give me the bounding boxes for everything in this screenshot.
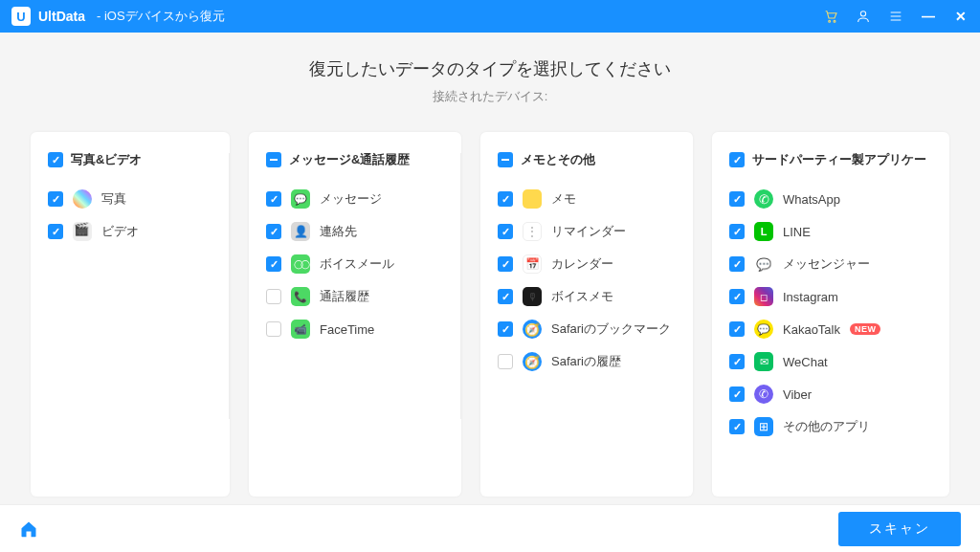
item-reminders[interactable]: リマインダー bbox=[498, 222, 676, 241]
checkbox[interactable] bbox=[48, 191, 63, 207]
app-subtitle: - iOSデバイスから復元 bbox=[97, 8, 225, 25]
call-icon bbox=[291, 287, 310, 306]
checkbox[interactable] bbox=[729, 256, 745, 272]
checkbox[interactable] bbox=[729, 386, 745, 402]
scan-button[interactable]: スキャン bbox=[838, 512, 961, 546]
wechat-icon bbox=[754, 352, 773, 371]
column-header[interactable]: サードパーティー製アプリケー bbox=[729, 151, 932, 180]
other-apps-icon bbox=[754, 417, 773, 436]
titlebar-right: — ✕ bbox=[823, 9, 969, 24]
item-kakaotalk[interactable]: KakaoTalkNEW bbox=[729, 320, 932, 339]
header-checkbox[interactable] bbox=[48, 152, 63, 167]
contacts-icon bbox=[291, 222, 310, 241]
item-voicemail[interactable]: ボイスメール bbox=[266, 254, 444, 274]
photos-icon bbox=[73, 189, 92, 209]
notes-icon bbox=[523, 189, 542, 209]
item-line[interactable]: LINE bbox=[729, 222, 932, 241]
item-instagram[interactable]: Instagram bbox=[729, 287, 932, 306]
checkbox[interactable] bbox=[498, 354, 513, 369]
column-messages-calls: メッセージ&通話履歴 メッセージ 連絡先 ボイスメール 通話履歴 FaceTim… bbox=[249, 132, 461, 497]
item-video[interactable]: ビデオ bbox=[48, 222, 212, 241]
svg-point-2 bbox=[860, 11, 865, 16]
header-checkbox[interactable] bbox=[729, 152, 745, 167]
checkbox[interactable] bbox=[498, 191, 513, 207]
video-icon bbox=[73, 222, 92, 241]
item-viber[interactable]: Viber bbox=[729, 385, 932, 404]
home-icon[interactable] bbox=[19, 519, 38, 539]
checkbox[interactable] bbox=[266, 224, 281, 239]
menu-icon[interactable] bbox=[888, 9, 903, 24]
svg-point-0 bbox=[829, 20, 831, 22]
line-icon bbox=[754, 222, 773, 241]
facetime-icon bbox=[291, 320, 310, 339]
column-header[interactable]: メッセージ&通話履歴 bbox=[266, 151, 444, 180]
checkbox[interactable] bbox=[498, 321, 513, 337]
app-name: UltData bbox=[38, 9, 85, 24]
item-photos[interactable]: 写真 bbox=[48, 189, 212, 209]
close-button[interactable]: ✕ bbox=[953, 9, 969, 24]
kakao-icon bbox=[754, 320, 773, 339]
column-notes-other: メモとその他 メモ リマインダー カレンダー ボイスメモ Safariのブックマ… bbox=[480, 132, 693, 497]
item-voice-memo[interactable]: ボイスメモ bbox=[498, 287, 676, 306]
checkbox[interactable] bbox=[266, 321, 281, 337]
titlebar: U UltData - iOSデバイスから復元 — ✕ bbox=[0, 0, 980, 33]
main-content: 復元したいデータのタイプを選択してください 接続されたデバイス: 写真&ビデオ … bbox=[0, 33, 980, 504]
safari-icon bbox=[523, 320, 542, 339]
column-header-label: メッセージ&通話履歴 bbox=[289, 151, 410, 168]
checkbox[interactable] bbox=[729, 191, 745, 207]
column-header[interactable]: 写真&ビデオ bbox=[48, 151, 212, 180]
cart-icon[interactable] bbox=[823, 9, 838, 24]
page-title: 復元したいデータのタイプを選択してください bbox=[31, 57, 949, 80]
column-photos-video: 写真&ビデオ 写真 ビデオ bbox=[31, 132, 230, 497]
header-checkbox[interactable] bbox=[266, 152, 281, 167]
whatsapp-icon bbox=[754, 189, 773, 209]
item-calendar[interactable]: カレンダー bbox=[498, 254, 676, 274]
messenger-icon bbox=[754, 254, 773, 274]
reminder-icon bbox=[523, 222, 542, 241]
checkbox[interactable] bbox=[48, 224, 63, 239]
checkbox[interactable] bbox=[729, 419, 745, 434]
checkbox[interactable] bbox=[729, 321, 745, 337]
data-type-columns: 写真&ビデオ 写真 ビデオ メッセージ&通話履歴 メッセージ 連絡先 ボイスメー… bbox=[31, 132, 949, 497]
footer: スキャン bbox=[0, 504, 980, 552]
item-other-apps[interactable]: その他のアプリ bbox=[729, 417, 932, 436]
checkbox[interactable] bbox=[266, 256, 281, 272]
column-header-label: 写真&ビデオ bbox=[71, 151, 142, 168]
new-badge: NEW bbox=[850, 323, 881, 335]
header-checkbox[interactable] bbox=[498, 152, 513, 167]
item-call-history[interactable]: 通話履歴 bbox=[266, 287, 444, 306]
voicememo-icon bbox=[523, 287, 542, 306]
instagram-icon bbox=[754, 287, 773, 306]
checkbox[interactable] bbox=[498, 256, 513, 272]
titlebar-left: U UltData - iOSデバイスから復元 bbox=[11, 7, 225, 26]
checkbox[interactable] bbox=[498, 289, 513, 304]
item-facetime[interactable]: FaceTime bbox=[266, 320, 444, 339]
app-logo-icon: U bbox=[11, 7, 31, 26]
minimize-button[interactable]: — bbox=[921, 9, 936, 24]
item-safari-bookmarks[interactable]: Safariのブックマーク bbox=[498, 320, 676, 339]
checkbox[interactable] bbox=[729, 289, 745, 304]
column-header-label: メモとその他 bbox=[521, 151, 595, 168]
checkbox[interactable] bbox=[729, 224, 745, 239]
checkbox[interactable] bbox=[498, 224, 513, 239]
column-header[interactable]: メモとその他 bbox=[498, 151, 676, 180]
voicemail-icon bbox=[291, 254, 310, 274]
item-wechat[interactable]: WeChat bbox=[729, 352, 932, 371]
item-messages[interactable]: メッセージ bbox=[266, 189, 444, 209]
checkbox[interactable] bbox=[729, 354, 745, 369]
messages-icon bbox=[291, 189, 310, 209]
user-icon[interactable] bbox=[856, 9, 871, 24]
item-messenger[interactable]: メッセンジャー bbox=[729, 254, 932, 274]
column-third-party: サードパーティー製アプリケー WhatsApp LINE メッセンジャー Ins… bbox=[712, 132, 949, 497]
item-notes[interactable]: メモ bbox=[498, 189, 676, 209]
calendar-icon bbox=[523, 254, 542, 274]
column-header-label: サードパーティー製アプリケー bbox=[752, 151, 926, 168]
safari-icon bbox=[523, 352, 542, 371]
item-safari-history[interactable]: Safariの履歴 bbox=[498, 352, 676, 371]
svg-point-1 bbox=[834, 20, 835, 22]
checkbox[interactable] bbox=[266, 289, 281, 304]
checkbox[interactable] bbox=[266, 191, 281, 207]
item-contacts[interactable]: 連絡先 bbox=[266, 222, 444, 241]
viber-icon bbox=[754, 385, 773, 404]
item-whatsapp[interactable]: WhatsApp bbox=[729, 189, 932, 209]
